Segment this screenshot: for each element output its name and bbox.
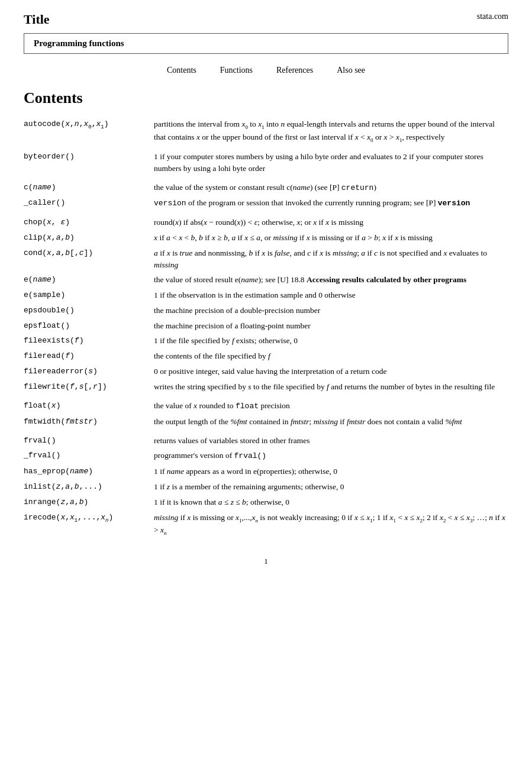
table-row: autocode(x,n,x0,x1) partitions the inter…: [24, 117, 508, 146]
table-row: e(name) the value of stored result e(nam…: [24, 272, 508, 288]
func-name: epsfloat(): [24, 318, 154, 334]
func-name: autocode(x,n,x0,x1): [24, 117, 154, 146]
table-row: frval() returns values of variables stor…: [24, 433, 508, 448]
func-name: fileread(f): [24, 348, 154, 364]
func-desc: returns values of variables stored in ot…: [154, 433, 508, 448]
table-row: _frval() programmer's version of frval(): [24, 448, 508, 464]
func-desc: partitions the interval from x0 to x1 in…: [154, 117, 508, 146]
func-desc: the machine precision of a floating-poin…: [154, 318, 508, 334]
tab-contents[interactable]: Contents: [167, 66, 196, 75]
func-name: epsdouble(): [24, 303, 154, 318]
func-name: _frval(): [24, 448, 154, 464]
func-desc: 1 if your computer stores numbers by usi…: [154, 149, 508, 176]
func-desc: version of the program or session that i…: [154, 195, 508, 211]
table-row: c(name) the value of the system or const…: [24, 180, 508, 196]
table-row: float(x) the value of x rounded to float…: [24, 398, 508, 414]
func-name: _caller(): [24, 195, 154, 211]
table-row: fileread(f) the contents of the file spe…: [24, 348, 508, 364]
table-row: _caller() version of the program or sess…: [24, 195, 508, 211]
tab-references[interactable]: References: [276, 66, 313, 75]
tab-functions[interactable]: Functions: [220, 66, 253, 75]
site-label: stata.com: [477, 12, 508, 21]
table-row: epsdouble() the machine precision of a d…: [24, 303, 508, 318]
table-row: byteorder() 1 if your computer stores nu…: [24, 149, 508, 176]
table-row: has_eprop(name) 1 if name appears as a w…: [24, 464, 508, 479]
table-row: fmtwidth(fmtstr) the output length of th…: [24, 414, 508, 430]
func-name: fmtwidth(fmtstr): [24, 414, 154, 430]
func-desc: the machine precision of a double-precis…: [154, 303, 508, 318]
func-name: float(x): [24, 398, 154, 414]
table-row: clip(x,a,b) x if a < x < b, b if x ≥ b, …: [24, 230, 508, 246]
contents-table: autocode(x,n,x0,x1) partitions the inter…: [24, 117, 508, 539]
contents-heading: Contents: [24, 89, 508, 107]
func-desc: programmer's version of frval(): [154, 448, 508, 464]
func-desc: a if x is true and nonmissing, b if x is…: [154, 246, 508, 272]
table-row: irecode(x,x1,...,xn) missing if x is mis…: [24, 510, 508, 539]
func-name: e(sample): [24, 288, 154, 303]
func-name: fileexists(f): [24, 333, 154, 348]
func-desc: 1 if z is a member of the remaining argu…: [154, 479, 508, 495]
table-row: cond(x,a,b[,c]) a if x is true and nonmi…: [24, 246, 508, 272]
func-name: clip(x,a,b): [24, 230, 154, 246]
table-row: chop(x, ε) round(x) if abs(x − round(x))…: [24, 215, 508, 230]
func-desc: the contents of the file specified by f: [154, 348, 508, 364]
page-number: 1: [24, 557, 508, 566]
func-desc: writes the string specified by s to the …: [154, 379, 508, 395]
table-row: filewrite(f,s[,r]) writes the string spe…: [24, 379, 508, 395]
section-box: Programming functions: [24, 33, 508, 54]
page-header: Title stata.com: [24, 12, 508, 27]
func-desc: the value of x rounded to float precisio…: [154, 398, 508, 414]
func-name: chop(x, ε): [24, 215, 154, 230]
func-desc: 1 if it is known that a ≤ z ≤ b; otherwi…: [154, 495, 508, 510]
func-name: filewrite(f,s[,r]): [24, 379, 154, 395]
table-row: inlist(z,a,b,...) 1 if z is a member of …: [24, 479, 508, 495]
func-name: c(name): [24, 180, 154, 196]
func-name: has_eprop(name): [24, 464, 154, 479]
func-desc: 1 if the observation is in the estimatio…: [154, 288, 508, 303]
func-name: e(name): [24, 272, 154, 288]
func-name: inlist(z,a,b,...): [24, 479, 154, 495]
page-title: Title: [24, 12, 50, 27]
tab-also-see[interactable]: Also see: [337, 66, 365, 75]
func-name: frval(): [24, 433, 154, 448]
func-name: cond(x,a,b[,c]): [24, 246, 154, 272]
func-desc: 1 if name appears as a word in e(propert…: [154, 464, 508, 479]
func-desc: the value of the system or constant resu…: [154, 180, 508, 196]
func-name: irecode(x,x1,...,xn): [24, 510, 154, 539]
nav-tabs: Contents Functions References Also see: [24, 66, 508, 75]
table-row: epsfloat() the machine precision of a fl…: [24, 318, 508, 334]
table-row: inrange(z,a,b) 1 if it is known that a ≤…: [24, 495, 508, 510]
func-name: filereaderror(s): [24, 364, 154, 379]
func-desc: 0 or positive integer, said value having…: [154, 364, 508, 379]
func-desc: missing if x is missing or x1,...,xn is …: [154, 510, 508, 539]
func-desc: x if a < x < b, b if x ≥ b, a if x ≤ a, …: [154, 230, 508, 246]
table-row: e(sample) 1 if the observation is in the…: [24, 288, 508, 303]
func-desc: the output length of the %fmt contained …: [154, 414, 508, 430]
section-box-title: Programming functions: [34, 38, 124, 48]
func-desc: round(x) if abs(x − round(x)) < ε; other…: [154, 215, 508, 230]
func-name: byteorder(): [24, 149, 154, 176]
func-desc: the value of stored result e(name); see …: [154, 272, 508, 288]
table-row: filereaderror(s) 0 or positive integer, …: [24, 364, 508, 379]
table-row: fileexists(f) 1 if the file specified by…: [24, 333, 508, 348]
func-desc: 1 if the file specified by f exists; oth…: [154, 333, 508, 348]
func-name: inrange(z,a,b): [24, 495, 154, 510]
